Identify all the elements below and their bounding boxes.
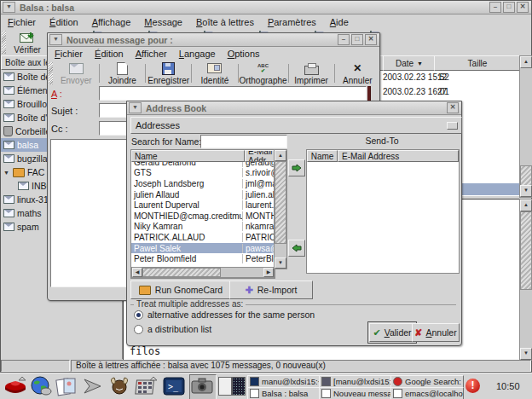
toolbar-handle[interactable] <box>49 62 53 84</box>
terminal-icon[interactable]: >_ <box>162 376 186 399</box>
message-row[interactable]: 2003.02.23 15:52 12 <box>383 72 449 82</box>
cancel-button[interactable]: ✘ Annuler <box>412 323 460 342</box>
minimize-icon[interactable]: – <box>489 2 501 13</box>
address-entry[interactable]: MONTHIED@cmag.creditmutuel.frMONTHIED <box>131 211 275 222</box>
expander-icon[interactable]: ▼ <box>3 170 10 176</box>
scroll-up-icon[interactable]: ▲ <box>275 150 286 161</box>
scroll-down-icon[interactable]: ▼ <box>275 257 286 269</box>
pager-desktop-1[interactable] <box>218 377 232 396</box>
address-entry[interactable]: Niky Kamrannkamran@n <box>131 222 275 233</box>
maximize-icon[interactable]: □ <box>351 34 363 45</box>
send-button[interactable]: Envoyer <box>55 61 97 86</box>
address-entry[interactable]: Laurent Dupervallaurent.dupe <box>131 200 275 211</box>
identity-button[interactable]: Identité <box>194 61 235 86</box>
remove-from-sendto-button[interactable] <box>288 240 305 257</box>
menu-parametres[interactable]: Paramètres <box>268 17 316 27</box>
main-titlebar[interactable]: ▼ Balsa : balsa – □ ✕ <box>1 1 531 14</box>
gnu-emacs-icon[interactable] <box>107 375 131 399</box>
menu-edition[interactable]: Édition <box>95 49 124 59</box>
scroll-left-icon[interactable]: ◀ <box>132 268 142 277</box>
scroll-down-icon[interactable]: ▼ <box>520 348 532 360</box>
radio-off-icon[interactable] <box>134 325 143 334</box>
address-entry[interactable]: PATRICK.ALLAUDPATRICK.A <box>131 232 275 243</box>
menu-fichier[interactable]: Fichier <box>55 49 83 59</box>
cc-label: Cc : <box>51 124 68 134</box>
index-header-taille[interactable]: Taille <box>434 55 521 71</box>
address-entry-selected[interactable]: Pawel Salekpawsa@the <box>131 243 275 254</box>
alert-icon[interactable]: ! <box>466 379 480 393</box>
reimport-button[interactable]: ✚ Re-Import <box>229 280 313 299</box>
scroll-right-icon[interactable]: ▶ <box>263 268 274 277</box>
scroll-up-icon[interactable]: ▲ <box>520 200 532 211</box>
task-terminal-2[interactable]: [manu@lxdsi15:~/ma <box>319 375 392 388</box>
radio-alternative-addresses[interactable]: alternative addresses for the same perso… <box>134 309 315 320</box>
menu-affichage[interactable]: Affichage <box>92 17 131 27</box>
check-mail-button[interactable]: Vérifier <box>9 29 46 55</box>
attach-button[interactable]: Joindre <box>101 61 143 86</box>
add-to-sendto-button[interactable] <box>288 159 305 176</box>
spellcheck-button[interactable]: ABC✔ Orthographe <box>240 61 286 86</box>
print-button[interactable]: Imprimer <box>290 61 332 86</box>
menu-langage[interactable]: Langage <box>179 49 216 59</box>
search-input[interactable] <box>200 135 287 148</box>
menu-message[interactable]: Message <box>144 17 182 27</box>
run-gnomecard-button[interactable]: Run GnomeCard <box>130 280 231 299</box>
menu-fichier[interactable]: Fichier <box>8 17 36 27</box>
address-entry[interactable]: Joseph Landsbergjml@math.g <box>131 178 275 189</box>
menu-afficher[interactable]: Afficher <box>136 49 167 59</box>
treat-frame-legend: Treat multiple addresses as: <box>134 299 246 309</box>
address-entry[interactable]: julien Allaudjulien.allaud <box>131 189 275 200</box>
shade-icon[interactable]: ▼ <box>129 102 142 113</box>
column-name[interactable]: Name <box>131 150 245 162</box>
index-header-date[interactable]: Date▼ <box>383 55 436 71</box>
address-entry[interactable]: GTSs.rivoir@gts <box>131 168 275 179</box>
book-selector-dropdown[interactable]: Addresses <box>130 117 462 134</box>
compose-titlebar[interactable]: ▼ Nouveau message pour : – □ ✕ <box>48 33 379 47</box>
radio-on-icon[interactable] <box>134 310 143 320</box>
shade-icon[interactable]: ▼ <box>3 2 15 13</box>
preview-scrollbar[interactable]: ▲ ▼ <box>519 199 532 361</box>
menu-options[interactable]: Options <box>228 49 260 59</box>
ok-button[interactable]: ✔ Valider <box>369 323 415 342</box>
web-browser-icon[interactable] <box>29 375 53 399</box>
index-scrollbar[interactable]: ▲ ▼ <box>519 55 532 198</box>
menu-aide[interactable]: Aide <box>330 17 349 27</box>
address-entry[interactable]: Peter BloomfieldPeterBloom <box>131 253 275 264</box>
main-menu-redhat-icon[interactable] <box>3 375 27 399</box>
pager-desktop-2[interactable] <box>232 377 246 396</box>
save-button[interactable]: Enregistrer <box>147 61 189 86</box>
gnomecard-icon[interactable] <box>55 376 78 399</box>
column-email[interactable]: E-Mail Address <box>338 150 459 162</box>
menu-edition[interactable]: Édition <box>49 17 78 27</box>
calculator-icon[interactable] <box>135 376 159 399</box>
task-balsa[interactable]: Balsa : balsa <box>247 387 321 399</box>
menu-boite-a-lettres[interactable]: Boîte à lettres <box>196 17 254 27</box>
shade-icon[interactable]: ▼ <box>49 34 62 45</box>
radio-distribution-list[interactable]: a distribution list <box>134 324 211 334</box>
task-terminal-1[interactable]: manu@lxdsi15:~/prog <box>247 375 321 388</box>
toolbar-handle[interactable] <box>2 31 6 54</box>
gnome-launcher-icon[interactable] <box>82 376 104 399</box>
column-name[interactable]: Name <box>307 150 338 162</box>
address-list-vscrollbar[interactable]: ▲ ▼ <box>274 149 287 269</box>
screenshot-camera-icon[interactable] <box>189 374 217 399</box>
maximize-icon[interactable]: □ <box>503 2 515 13</box>
close-icon[interactable]: ✕ <box>365 34 377 45</box>
to-input[interactable] <box>99 86 367 101</box>
cancel-button[interactable]: ✕ Annuler <box>337 61 379 86</box>
task-browser[interactable]: Google Search: taking <box>390 375 464 388</box>
mailbox-icon <box>3 86 14 95</box>
close-icon[interactable]: ✕ <box>517 2 529 13</box>
message-row[interactable]: 2003.02.23 16:01 27 <box>383 87 449 96</box>
task-emacs[interactable]: emacs@localhost.loc <box>390 387 464 399</box>
address-book-titlebar[interactable]: ▼ Address Book ✕ <box>127 101 461 115</box>
task-compose[interactable]: Nouveau message po <box>319 387 392 399</box>
desktop-pager[interactable] <box>218 377 246 396</box>
address-entry[interactable]: Gerald Delafondgerald@del <box>131 162 275 168</box>
close-icon[interactable]: ✕ <box>447 102 459 113</box>
minimize-icon[interactable]: – <box>338 34 350 45</box>
scroll-up-icon[interactable]: ▲ <box>520 56 532 68</box>
address-list-hscrollbar[interactable]: ◀ ▶ <box>131 267 275 278</box>
column-email[interactable]: E-Mail Addr <box>245 150 275 162</box>
scroll-down-icon[interactable]: ▼ <box>520 185 532 197</box>
